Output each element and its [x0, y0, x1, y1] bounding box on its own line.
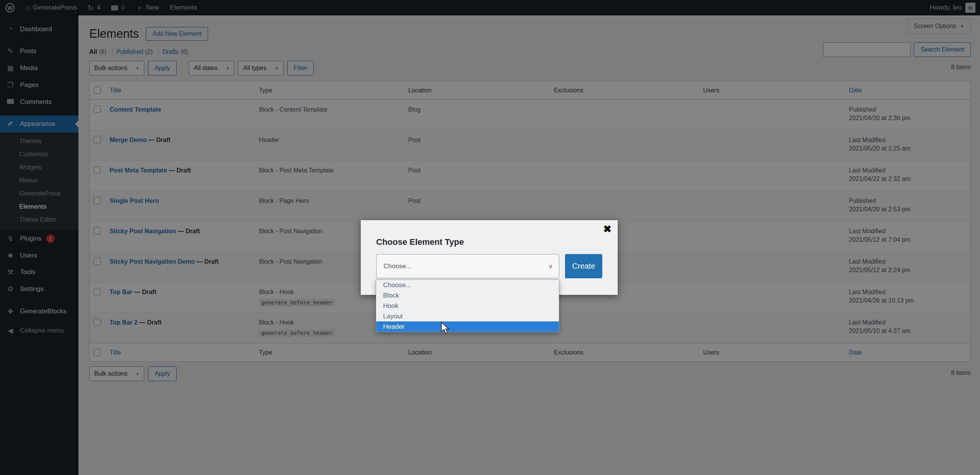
option-hook[interactable]: Hook — [376, 301, 559, 311]
option-header[interactable]: Header — [376, 321, 559, 332]
selected-value: Choose... — [383, 263, 412, 270]
element-type-select[interactable]: Choose... ∨ — [376, 254, 559, 278]
wordpress-admin-screen: W ⌂ GeneratePress ↻ 4 0 ＋ New Elements H… — [0, 0, 980, 475]
option-block[interactable]: Block — [376, 290, 559, 301]
element-type-dropdown: Choose... Block Hook Layout Header — [376, 279, 559, 332]
create-button[interactable]: Create — [565, 254, 602, 278]
chevron-down-icon: ∨ — [548, 263, 553, 270]
option-layout[interactable]: Layout — [376, 311, 559, 321]
option-choose[interactable]: Choose... — [376, 280, 559, 290]
close-icon[interactable]: ✖ — [603, 224, 612, 234]
mouse-cursor — [441, 322, 452, 336]
modal-title: Choose Element Type — [376, 237, 464, 247]
